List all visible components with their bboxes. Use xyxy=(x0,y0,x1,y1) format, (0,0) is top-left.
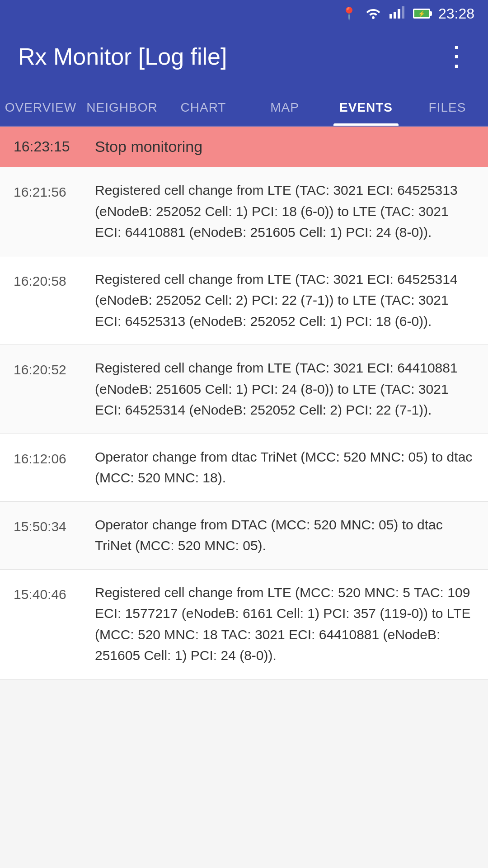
event-time: 16:21:56 xyxy=(14,180,95,202)
event-text: Operator change from DTAC (MCC: 520 MNC:… xyxy=(95,514,474,557)
event-row: 16:20:52 Registered cell change from LTE… xyxy=(0,345,488,434)
event-row: 16:21:56 Registered cell change from LTE… xyxy=(0,167,488,256)
event-time: 16:12:06 xyxy=(14,447,95,469)
events-list: 16:23:15 Stop monitoring 16:21:56 Regist… xyxy=(0,127,488,679)
tab-chart[interactable]: CHART xyxy=(163,90,244,126)
tab-events[interactable]: EVENTS xyxy=(325,90,407,126)
event-row: 15:40:46 Registered cell change from LTE… xyxy=(0,570,488,679)
event-text: Registered cell change from LTE (TAC: 30… xyxy=(95,358,474,421)
status-bar: 📍 ⚡ 23:28 xyxy=(0,0,488,27)
svg-rect-0 xyxy=(389,14,392,19)
battery-icon: ⚡ xyxy=(413,9,430,19)
tab-bar: OVERVIEW NEIGHBOR CHART MAP EVENTS FILES xyxy=(0,86,488,127)
event-row: 15:50:34 Operator change from DTAC (MCC:… xyxy=(0,502,488,570)
location-icon: 📍 xyxy=(341,6,357,21)
tab-neighbor[interactable]: NEIGHBOR xyxy=(81,90,163,126)
event-text: Operator change from dtac TriNet (MCC: 5… xyxy=(95,447,474,489)
tab-files[interactable]: FILES xyxy=(407,90,488,126)
event-text: Registered cell change from LTE (TAC: 30… xyxy=(95,269,474,332)
event-time: 16:23:15 xyxy=(14,138,95,155)
wifi-icon xyxy=(365,5,381,22)
event-row: 16:20:58 Registered cell change from LTE… xyxy=(0,256,488,345)
event-time: 16:20:58 xyxy=(14,269,95,291)
app-title: Rx Monitor [Log file] xyxy=(18,43,227,70)
svg-rect-1 xyxy=(394,12,396,19)
event-text: Registered cell change from LTE (MCC: 52… xyxy=(95,582,474,666)
event-time: 15:40:46 xyxy=(14,582,95,604)
svg-rect-3 xyxy=(402,6,404,19)
event-text: Stop monitoring xyxy=(95,138,202,156)
tab-overview[interactable]: OVERVIEW xyxy=(0,90,81,126)
event-time: 16:20:52 xyxy=(14,358,95,380)
signal-icon xyxy=(389,6,405,22)
event-time: 15:50:34 xyxy=(14,514,95,537)
app-bar: Rx Monitor [Log file] ⋮ xyxy=(0,27,488,86)
event-row: 16:12:06 Operator change from dtac TriNe… xyxy=(0,434,488,502)
status-time: 23:28 xyxy=(438,5,474,22)
more-options-button[interactable]: ⋮ xyxy=(443,43,470,70)
tab-map[interactable]: MAP xyxy=(244,90,325,126)
event-text: Registered cell change from LTE (TAC: 30… xyxy=(95,180,474,243)
event-row-stop: 16:23:15 Stop monitoring xyxy=(0,127,488,167)
svg-rect-2 xyxy=(398,9,400,19)
